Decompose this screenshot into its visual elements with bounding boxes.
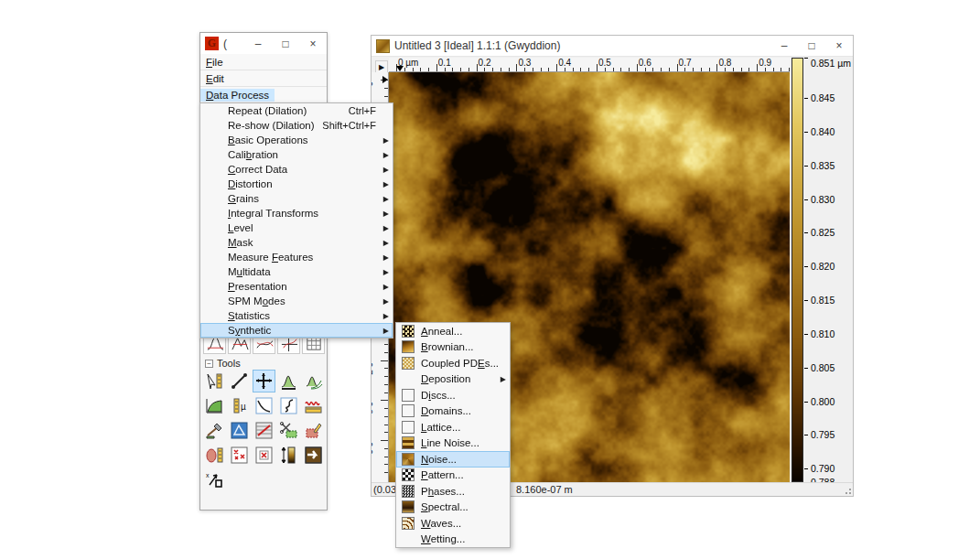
ruler-tick — [384, 344, 388, 345]
menu-item-waves[interactable]: Waves... — [396, 515, 510, 532]
menu-item-synthetic[interactable]: Synthetic▶ — [200, 323, 393, 338]
crop-tool-button[interactable] — [277, 419, 300, 442]
menu-item-pattern[interactable]: Pattern... — [396, 468, 510, 484]
menu-item-shortcut: Shift+Ctrl+F — [322, 120, 376, 131]
color-range-tool-button[interactable] — [277, 444, 300, 467]
menu-item-grains[interactable]: Grains▶ — [200, 191, 393, 206]
color-scale-tick — [804, 199, 808, 200]
ruler-tick — [436, 64, 437, 71]
level-tool-button[interactable] — [203, 419, 226, 442]
ruler-tick — [384, 472, 388, 473]
minimize-button[interactable]: – — [770, 36, 798, 56]
menu-item-basic-operations[interactable]: Basic Operations▶ — [200, 133, 393, 147]
toolbox-titlebar[interactable]: G ( – □ × — [200, 33, 327, 54]
close-button[interactable]: × — [299, 33, 327, 54]
ruler-tick — [733, 68, 734, 71]
vruler-position-marker — [382, 76, 388, 83]
volume-tool-button[interactable] — [302, 444, 325, 467]
ruler-tick — [556, 64, 557, 71]
menu-item-domains[interactable]: Domains... — [396, 403, 510, 420]
menu-item-anneal[interactable]: Anneal... — [396, 323, 510, 339]
menubar-item-file[interactable]: File — [200, 54, 327, 70]
spot-remove-tool-button[interactable] — [253, 444, 275, 467]
micro-ruler-icon: µ — [230, 396, 249, 415]
data-window-titlebar[interactable]: Untitled 3 [Ideal] 1.1:1 (Gwyddion) – □ … — [372, 36, 853, 57]
distance-tool-button[interactable] — [228, 370, 251, 392]
hruler-label: 0.4 — [558, 58, 571, 68]
hruler-label: 0.7 — [679, 58, 692, 68]
menu-item-label: Domains... — [421, 405, 506, 416]
menu-item-re-show-dilation[interactable]: Re-show (Dilation)Shift+Ctrl+F — [200, 118, 393, 133]
menu-item-mask[interactable]: Mask▶ — [200, 235, 393, 250]
menu-item-presentation[interactable]: Presentation▶ — [200, 279, 393, 294]
menu-item-statistics[interactable]: Statistics▶ — [200, 308, 393, 323]
menu-item-measure-features[interactable]: Measure Features▶ — [200, 250, 393, 264]
menu-item-lattice[interactable]: Lattice... — [396, 419, 510, 435]
hruler-position-marker — [396, 66, 404, 71]
menubar-item-edit[interactable]: Edit — [200, 70, 327, 87]
menu-item-label: Synthetic — [228, 325, 389, 336]
ruler-tick — [533, 68, 533, 71]
menu-item-coupled-pdes[interactable]: Coupled PDEs... — [396, 355, 510, 371]
menu-item-spm-modes[interactable]: SPM Modes▶ — [200, 294, 393, 308]
cursor-value: 8.160e-07 m — [516, 484, 573, 495]
vruler-label: 0.7 — [372, 362, 373, 375]
menu-item-line-noise[interactable]: Line Noise... — [396, 435, 510, 452]
profiles-tool-button[interactable] — [302, 370, 325, 392]
crosshair-tool-button[interactable] — [253, 370, 275, 392]
path-level-tool-button[interactable] — [253, 419, 275, 442]
menu-item-multidata[interactable]: Multidata▶ — [200, 264, 393, 279]
grain-measure-tool-button[interactable] — [203, 444, 226, 467]
menu-item-deposition[interactable]: Deposition▶ — [396, 371, 510, 388]
ruler-tick — [445, 68, 446, 71]
color-scale-label: 0.800 — [811, 396, 835, 407]
ruler-tick — [384, 384, 388, 385]
menu-item-repeat-dilation[interactable]: Repeat (Dilation)Ctrl+F — [200, 103, 393, 118]
mask-editor-tool-button[interactable] — [302, 419, 325, 442]
submenu-arrow-icon: ▶ — [383, 297, 389, 306]
pointer-ruler-tool-button[interactable] — [203, 370, 226, 392]
menu-item-label: Pattern... — [421, 469, 506, 480]
statistics-tool-button[interactable] — [203, 394, 226, 417]
menu-item-label: Distortion — [228, 178, 389, 189]
menu-item-noise[interactable]: Noise... — [396, 451, 510, 468]
peak-fan-icon — [304, 371, 323, 391]
menu-item-correct-data[interactable]: Correct Data▶ — [200, 162, 393, 177]
s-curve-tool-button[interactable] — [277, 394, 300, 417]
roughness-tool-button[interactable] — [302, 394, 325, 417]
svg-text:µ: µ — [241, 402, 246, 412]
micro-ruler-tool-button[interactable]: µ — [228, 394, 251, 417]
color-scale-tick — [804, 368, 808, 369]
color-scale-label: 0.851 µm — [811, 58, 851, 69]
menu-item-brownian[interactable]: Brownian... — [396, 339, 510, 356]
selection-manager-tool-button[interactable]: x — [203, 468, 226, 491]
resize-grip[interactable] — [843, 486, 851, 494]
false-color-scale-bar[interactable] — [792, 58, 803, 482]
facet-level-tool-button[interactable] — [228, 419, 251, 442]
menu-item-spectral[interactable]: Spectral... — [396, 500, 510, 516]
ruler-tick — [629, 68, 630, 71]
minimize-button[interactable]: – — [244, 33, 272, 54]
collapse-icon[interactable]: − — [205, 360, 213, 368]
ruler-tick — [701, 68, 702, 71]
maximize-button[interactable]: □ — [272, 33, 299, 54]
ruler-tick — [384, 464, 388, 465]
menu-item-calibration[interactable]: Calibration▶ — [200, 147, 393, 162]
color-scale-label: 0.825 — [811, 227, 835, 238]
menu-item-phases[interactable]: Phases... — [396, 483, 510, 500]
menu-item-discs[interactable]: Discs... — [396, 387, 510, 403]
decay-curve-tool-button[interactable] — [253, 394, 275, 417]
menu-item-level[interactable]: Level▶ — [200, 220, 393, 235]
facet-triangle-icon — [230, 421, 249, 440]
grain-remove-tool-button[interactable] — [228, 444, 251, 467]
horizontal-ruler[interactable]: 0 µm0.10.20.30.40.50.60.70.80.9 — [389, 58, 790, 72]
menubar-item-data-process[interactable]: Data Process — [200, 87, 327, 103]
ruler-corner-button[interactable]: ▶ — [375, 60, 388, 73]
data-window-title: Untitled 3 [Ideal] 1.1:1 (Gwyddion) — [394, 39, 770, 52]
menu-item-integral-transforms[interactable]: Integral Transforms▶ — [200, 206, 393, 220]
menu-item-wetting[interactable]: Wetting... — [396, 532, 510, 548]
peak-width-tool-button[interactable] — [277, 370, 300, 392]
vruler-label: 0.8 — [372, 402, 373, 414]
menu-item-distortion[interactable]: Distortion▶ — [200, 177, 393, 191]
menu-item-waves-icon — [402, 517, 415, 530]
